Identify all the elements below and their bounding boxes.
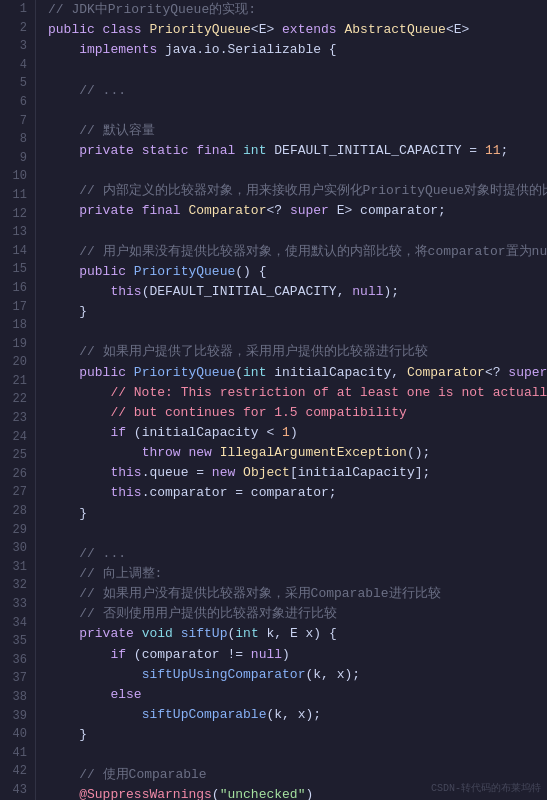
line-number: 26 [4, 465, 27, 484]
code-line: // 内部定义的比较器对象，用来接收用户实例化PriorityQueue对象时提… [48, 181, 547, 201]
code-line: this(DEFAULT_INITIAL_CAPACITY, null); [48, 282, 547, 302]
code-line [48, 222, 547, 242]
line-number: 35 [4, 632, 27, 651]
code-line: siftUpUsingComparator(k, x); [48, 665, 547, 685]
code-line: // ... [48, 544, 547, 564]
line-number: 30 [4, 539, 27, 558]
code-line: this.comparator = comparator; [48, 483, 547, 503]
code-line: private static final int DEFAULT_INITIAL… [48, 141, 547, 161]
line-number: 32 [4, 576, 27, 595]
line-number: 37 [4, 669, 27, 688]
code-line: public class PriorityQueue<E> extends Ab… [48, 20, 547, 40]
code-editor: 1234567891011121314151617181920212223242… [0, 0, 547, 800]
code-line: // ... [48, 81, 547, 101]
line-number: 1 [4, 0, 27, 19]
code-line: // 如果用户没有提供比较器对象，采用Comparable进行比较 [48, 584, 547, 604]
line-number: 41 [4, 744, 27, 763]
code-line [48, 101, 547, 121]
line-number: 11 [4, 186, 27, 205]
code-line [48, 745, 547, 765]
watermark: CSDN-转代码的布莱坞特 [431, 781, 541, 797]
code-line: } [48, 504, 547, 524]
line-number: 28 [4, 502, 27, 521]
code-line: throw new IllegalArgumentException(); [48, 443, 547, 463]
line-number: 3 [4, 37, 27, 56]
line-number: 38 [4, 688, 27, 707]
code-line: else [48, 685, 547, 705]
code-line: } [48, 302, 547, 322]
line-number: 42 [4, 762, 27, 781]
line-number: 16 [4, 279, 27, 298]
line-number: 29 [4, 521, 27, 540]
line-number: 27 [4, 483, 27, 502]
code-content[interactable]: // JDK中PriorityQueue的实现:public class Pri… [36, 0, 547, 800]
code-line: siftUpComparable(k, x); [48, 705, 547, 725]
line-number: 24 [4, 428, 27, 447]
line-number: 10 [4, 167, 27, 186]
code-line: // 默认容量 [48, 121, 547, 141]
line-number: 36 [4, 651, 27, 670]
line-number: 17 [4, 298, 27, 317]
code-line [48, 161, 547, 181]
line-number: 39 [4, 707, 27, 726]
line-number: 18 [4, 316, 27, 335]
line-number: 21 [4, 372, 27, 391]
line-number: 5 [4, 74, 27, 93]
line-number: 31 [4, 558, 27, 577]
line-number: 23 [4, 409, 27, 428]
line-number: 4 [4, 56, 27, 75]
line-number: 43 [4, 781, 27, 800]
line-number: 22 [4, 390, 27, 409]
code-line: this.queue = new Object[initialCapacity]… [48, 463, 547, 483]
code-line: public PriorityQueue(int initialCapacity… [48, 363, 547, 383]
code-line: // but continues for 1.5 compatibility [48, 403, 547, 423]
line-number: 20 [4, 353, 27, 372]
code-line: if (comparator != null) [48, 645, 547, 665]
code-line [48, 524, 547, 544]
code-line: implements java.io.Serializable { [48, 40, 547, 60]
code-line: } [48, 725, 547, 745]
code-line: // 否则使用用户提供的比较器对象进行比较 [48, 604, 547, 624]
code-line: // 如果用户提供了比较器，采用用户提供的比较器进行比较 [48, 342, 547, 362]
line-number: 34 [4, 614, 27, 633]
line-number: 7 [4, 112, 27, 131]
code-line [48, 60, 547, 80]
line-number: 33 [4, 595, 27, 614]
line-number: 15 [4, 260, 27, 279]
code-line: private void siftUp(int k, E x) { [48, 624, 547, 644]
code-line: // 向上调整: [48, 564, 547, 584]
line-number: 9 [4, 149, 27, 168]
line-number: 14 [4, 242, 27, 261]
line-number: 8 [4, 130, 27, 149]
code-line: // 用户如果没有提供比较器对象，使用默认的内部比较，将comparator置为… [48, 242, 547, 262]
line-number: 12 [4, 205, 27, 224]
line-number: 25 [4, 446, 27, 465]
line-number: 2 [4, 19, 27, 38]
line-number: 13 [4, 223, 27, 242]
line-number-gutter: 1234567891011121314151617181920212223242… [0, 0, 36, 800]
code-line: public PriorityQueue() { [48, 262, 547, 282]
line-number: 19 [4, 335, 27, 354]
code-line: if (initialCapacity < 1) [48, 423, 547, 443]
code-line: private final Comparator<? super E> comp… [48, 201, 547, 221]
line-number: 6 [4, 93, 27, 112]
code-line: // JDK中PriorityQueue的实现: [48, 0, 547, 20]
line-number: 40 [4, 725, 27, 744]
code-line: // Note: This restriction of at least on… [48, 383, 547, 403]
code-line [48, 322, 547, 342]
